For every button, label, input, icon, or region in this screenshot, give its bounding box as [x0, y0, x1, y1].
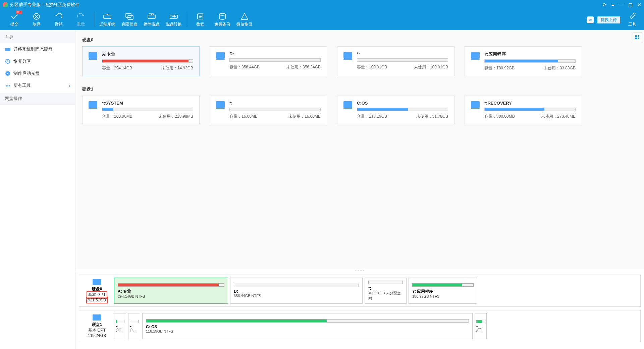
capacity-label: 容量：356.44GB — [229, 64, 260, 70]
diskmap-segment[interactable]: *... 8... — [475, 313, 487, 339]
recover-icon — [5, 59, 11, 64]
partition-card[interactable]: *: 容量：100.01GB未使用：100.01GB — [337, 46, 454, 76]
undo-button[interactable]: 撤销 — [48, 10, 70, 30]
partition-card[interactable]: *:SYSTEM 容量：260.00MB未使用：228.98MB — [82, 96, 200, 124]
segment-bar — [130, 320, 139, 323]
capacity-label: 容量：16.00MB — [229, 114, 258, 119]
diskmap-segment[interactable]: *: 100.01GB 未分配空间 — [365, 278, 407, 304]
discard-button[interactable]: 放弃 — [25, 10, 48, 30]
free-label: 未使用：100.01GB — [414, 64, 448, 70]
partition-card[interactable]: *:RECOVERY 容量：800.00MB未使用：273.48MB — [465, 96, 582, 124]
close-icon[interactable]: ✕ — [637, 2, 641, 7]
ssd-icon — [5, 47, 11, 52]
segment-desc: 356.44GB NTFS — [234, 294, 359, 298]
wipe-icon — [147, 13, 156, 20]
usage-bar — [484, 108, 576, 111]
svg-rect-5 — [170, 15, 177, 18]
segment-desc: 100.01GB 未分配空间 — [368, 291, 403, 301]
sidebar-item-bootdisc[interactable]: 制作启动光盘 — [0, 67, 75, 79]
segment-bar — [476, 320, 485, 323]
free-label: 未使用：16.00MB — [288, 114, 321, 119]
segment-bar — [146, 319, 469, 323]
diskmap-head[interactable]: 硬盘0 基本 GPT 931.51GB — [82, 278, 112, 304]
capacity-label: 容量：800.00MB — [484, 114, 515, 119]
capacity-label: 容量：294.14GB — [102, 65, 132, 71]
sidebar-item-migrate[interactable]: 迁移系统到固态硬盘 — [0, 43, 75, 55]
tutorial-button[interactable]: 教程 — [189, 10, 211, 30]
tools-button[interactable]: 工具 — [624, 10, 641, 30]
segment-bar — [116, 320, 124, 323]
free-label: 未使用：51.78GB — [416, 114, 448, 119]
migrate-icon — [103, 13, 112, 20]
segment-desc: 180.92GB NTFS — [412, 294, 474, 298]
segment-bar — [234, 284, 359, 287]
partition-card[interactable]: D: 容量：356.44GB未使用：356.34GB — [210, 46, 327, 76]
partition-card[interactable]: C:OS 容量：118.19GB未使用：51.78GB — [337, 96, 454, 124]
svg-rect-4 — [148, 15, 155, 18]
disk-type: 基本 GPT — [88, 328, 106, 333]
sidebar-group-disk: 硬盘操作 — [0, 93, 75, 105]
partition-card[interactable]: Y:应用程序 容量：180.92GB未使用：33.83GB — [465, 46, 582, 76]
backup-icon — [218, 13, 227, 20]
upload-button[interactable]: 拖拽上传 — [597, 16, 621, 24]
sidebar-item-recover[interactable]: 恢复分区 — [0, 55, 75, 67]
diskmap-segment[interactable]: Y: 应用程序 180.92GB NTFS — [409, 278, 477, 304]
segment-desc: 294.14GB NTFS — [118, 294, 224, 298]
partition-name: D: — [229, 51, 321, 56]
drive-icon — [471, 101, 480, 108]
diskmap-segment[interactable]: C: OS 118.19GB NTFS — [142, 313, 473, 339]
usage-bar — [357, 58, 448, 62]
drive-icon — [471, 52, 480, 59]
segment-bar — [368, 281, 403, 284]
undo-icon — [54, 13, 63, 20]
backup-button[interactable]: 免费备份 — [211, 10, 233, 30]
diskmap-row: 硬盘1 基本 GPT 119.24GB *:... 26... *: 16...… — [79, 310, 641, 342]
redo-button: 重做 — [70, 10, 92, 30]
segment-desc: 26... — [116, 329, 124, 333]
convert-button[interactable]: 磁盘转换 — [163, 10, 185, 30]
menu-icon[interactable]: ≡ — [611, 2, 614, 7]
diskmap-segment[interactable]: *: 16... — [128, 313, 140, 339]
capacity-label: 容量：180.92GB — [484, 65, 515, 71]
convert-icon — [169, 13, 178, 20]
diskmap-head[interactable]: 硬盘1 基本 GPT 119.24GB — [82, 313, 112, 339]
commit-button[interactable]: 01 提交 — [3, 10, 25, 30]
partition-name: Y:应用程序 — [484, 51, 576, 57]
migrate-button[interactable]: 迁移系统 — [96, 10, 118, 30]
partition-card[interactable]: *: 容量：16.00MB未使用：16.00MB — [210, 96, 327, 124]
drive-icon — [343, 101, 352, 108]
partition-card[interactable]: A:专业 容量：294.14GB未使用：14.93GB — [82, 46, 200, 76]
free-label: 未使用：33.83GB — [544, 65, 576, 71]
segment-label: Y: 应用程序 — [412, 289, 474, 294]
diskmap-row: 硬盘0 基本 GPT 931.51GB A: 专业 294.14GB NTFS … — [79, 275, 641, 307]
content-area: 硬盘0 A:专业 容量：294.14GB未使用：14.93GB D: 容量：35… — [75, 30, 644, 269]
redo-icon — [76, 13, 85, 20]
wipe-button[interactable]: 擦除磁盘 — [141, 10, 163, 30]
partition-name: *: — [357, 51, 448, 56]
sidebar: 向导 迁移系统到固态硬盘 恢复分区 制作启动光盘 ••• 所有工具 › 硬盘操作 — [0, 30, 75, 349]
book-icon — [196, 13, 205, 20]
wechat-button[interactable]: 微信恢复 — [233, 10, 256, 30]
svg-rect-8 — [5, 48, 10, 51]
segment-label: D: — [234, 289, 359, 294]
minimize-icon[interactable]: — — [619, 2, 624, 7]
diskmap-panel: 硬盘0 基本 GPT 931.51GB A: 专业 294.14GB NTFS … — [75, 271, 644, 349]
toolbar: 01 提交 放弃 撤销 重做 迁移系统 克隆硬盘 擦除磁盘 磁盘转换 教程 免费… — [0, 9, 644, 30]
disc-icon — [5, 71, 11, 76]
diskmap-segment[interactable]: A: 专业 294.14GB NTFS — [114, 278, 228, 304]
diskmap-segment[interactable]: D: 356.44GB NTFS — [230, 278, 363, 304]
wrench-icon — [628, 13, 637, 20]
diskmap-segment[interactable]: *:... 26... — [114, 313, 126, 339]
view-toggle-button[interactable] — [633, 32, 642, 42]
clone-button[interactable]: 克隆硬盘 — [118, 10, 141, 30]
segment-label: *: — [130, 325, 139, 329]
maximize-icon[interactable]: ▢ — [628, 2, 633, 7]
segment-label: *:... — [116, 325, 124, 329]
drive-icon — [216, 101, 225, 108]
sidebar-item-alltools[interactable]: ••• 所有工具 › — [0, 79, 75, 92]
cloud-icon[interactable]: ∞ — [587, 16, 594, 23]
refresh-icon[interactable]: ⟳ — [603, 2, 607, 7]
cancel-icon — [32, 13, 41, 20]
disk-icon — [93, 314, 101, 321]
drive-icon — [89, 101, 97, 108]
